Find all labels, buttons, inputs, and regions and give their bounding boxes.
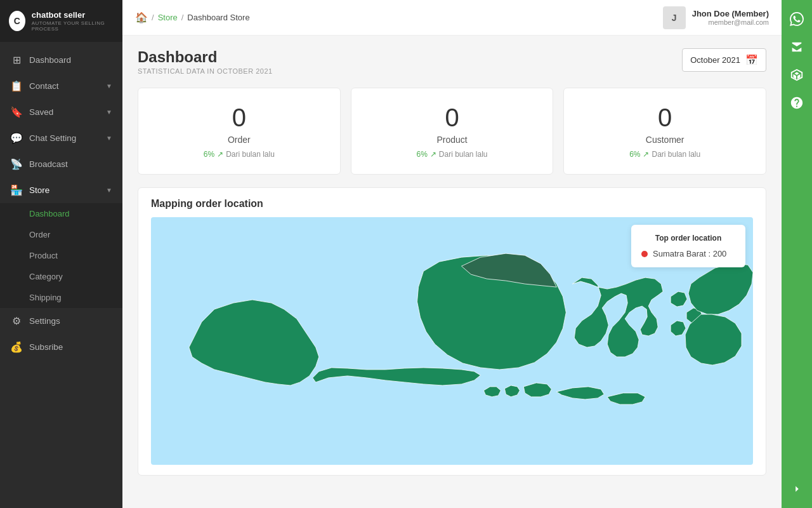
store-subnav: Dashboard Order Product Category Shippin…: [0, 203, 122, 308]
date-picker[interactable]: October 2021 📅: [682, 48, 766, 72]
avatar: J: [663, 6, 686, 29]
order-from-text: Dari bulan lalu: [226, 150, 275, 159]
stat-card-product: 0 Product 6% ↗ Dari bulan lalu: [351, 88, 554, 175]
page-header: Dashboard STATISTICAL DATA IN OCTOBER 20…: [138, 48, 766, 75]
legend-dot: [641, 251, 648, 257]
sidebar: C chatbot seller Automate your selling p…: [0, 0, 122, 508]
user-email: member@mail.com: [692, 18, 769, 26]
contact-arrow-icon: ▼: [106, 83, 112, 90]
page-body: Dashboard STATISTICAL DATA IN OCTOBER 20…: [122, 36, 782, 508]
sidebar-item-saved[interactable]: 🔖 Saved ▼: [0, 99, 122, 125]
sidebar-item-store[interactable]: 🏪 Store ▼: [0, 177, 122, 203]
sidebar-item-saved-label: Saved: [29, 107, 53, 117]
sidebar-item-chat-setting-label: Chat Setting: [29, 133, 76, 143]
arrow-right-icon-btn[interactable]: [784, 476, 809, 502]
product-from-text: Dari bulan lalu: [439, 150, 488, 159]
sidebar-subitem-shipping[interactable]: Shipping: [0, 287, 122, 308]
customer-trend-icon: 6%: [629, 150, 640, 159]
breadcrumb-sep-2: /: [181, 13, 184, 22]
legend-item-label: Sumatra Barat : 200: [653, 249, 726, 258]
header: 🏠 / Store / Dashboard Store J Jhon Doe (…: [122, 0, 782, 36]
broadcast-icon: 📡: [10, 158, 23, 170]
sidebar-item-subscribe[interactable]: 💰 Subsribe: [0, 334, 122, 360]
stat-customer-change: 6% ↗ Dari bulan lalu: [577, 150, 753, 159]
dashboard-icon: ⊞: [10, 54, 23, 66]
help-right-icon-btn[interactable]: [784, 90, 809, 116]
product-trend-icon: 6%: [416, 150, 427, 159]
sidebar-logo: C chatbot seller Automate your selling p…: [0, 0, 122, 42]
store-right-icon-btn[interactable]: [784, 34, 809, 60]
sidebar-item-contact[interactable]: 📋 Contact ▼: [0, 73, 122, 99]
home-icon[interactable]: 🏠: [135, 11, 148, 23]
saved-arrow-icon: ▼: [106, 109, 112, 116]
stat-customer-value: 0: [577, 104, 753, 132]
sidebar-item-store-label: Store: [29, 185, 49, 195]
chat-setting-arrow-icon: ▼: [106, 135, 112, 142]
user-name: Jhon Doe (Member): [692, 9, 769, 18]
subscribe-icon: 💰: [10, 341, 23, 353]
chat-setting-icon: 💬: [10, 132, 23, 144]
whatsapp-icon-btn[interactable]: [784, 6, 809, 32]
sidebar-item-settings[interactable]: ⚙ Settings: [0, 308, 122, 334]
stat-customer-label: Customer: [577, 135, 753, 145]
breadcrumb-sep-1: /: [152, 13, 154, 22]
settings-icon: ⚙: [10, 315, 23, 327]
stat-order-label: Order: [151, 135, 327, 145]
sidebar-item-contact-label: Contact: [29, 81, 59, 91]
date-picker-value: October 2021: [690, 55, 740, 65]
sidebar-item-dashboard[interactable]: ⊞ Dashboard: [0, 47, 122, 73]
breadcrumb: 🏠 / Store / Dashboard Store: [135, 11, 250, 23]
map-legend-title: Top order location: [641, 234, 735, 243]
sidebar-item-settings-label: Settings: [29, 316, 60, 326]
saved-icon: 🔖: [10, 106, 23, 118]
sidebar-nav: ⊞ Dashboard 📋 Contact ▼ 🔖 Saved ▼ 💬 Chat…: [0, 42, 122, 508]
sidebar-subitem-dashboard[interactable]: Dashboard: [0, 203, 122, 224]
sidebar-item-chat-setting[interactable]: 💬 Chat Setting ▼: [0, 125, 122, 151]
stat-card-customer: 0 Customer 6% ↗ Dari bulan lalu: [563, 88, 766, 175]
stats-row: 0 Order 6% ↗ Dari bulan lalu 0 Product 6…: [138, 88, 766, 175]
user-details: Jhon Doe (Member) member@mail.com: [692, 9, 769, 26]
map-container: Top order location Sumatra Barat : 200: [151, 217, 753, 465]
order-trend-icon: 6%: [204, 150, 214, 159]
main-content: 🏠 / Store / Dashboard Store J Jhon Doe (…: [122, 0, 782, 508]
page-title: Dashboard: [138, 48, 273, 66]
customer-from-text: Dari bulan lalu: [652, 150, 700, 159]
store-nav-icon: 🏪: [10, 184, 23, 196]
logo-icon: C: [9, 11, 25, 31]
breadcrumb-store-link[interactable]: Store: [158, 13, 178, 22]
stat-product-change: 6% ↗ Dari bulan lalu: [364, 150, 540, 159]
stat-order-value: 0: [151, 104, 327, 132]
stat-product-label: Product: [364, 135, 540, 145]
page-subtitle: STATISTICAL DATA IN OCTOBER 2021: [138, 67, 273, 75]
map-title: Mapping order location: [151, 198, 753, 210]
page-title-area: Dashboard STATISTICAL DATA IN OCTOBER 20…: [138, 48, 273, 75]
contact-icon: 📋: [10, 80, 23, 92]
cube-right-icon-btn[interactable]: [784, 62, 809, 88]
legend-item: Sumatra Barat : 200: [641, 249, 735, 258]
map-section: Mapping order location: [138, 187, 766, 476]
right-sidebar: [782, 0, 812, 508]
logo-title: chatbot seller: [32, 10, 114, 20]
logo-subtitle: Automate your selling process: [32, 20, 114, 32]
breadcrumb-current: Dashboard Store: [187, 13, 249, 22]
sidebar-subitem-order[interactable]: Order: [0, 224, 122, 245]
logo-text: chatbot seller Automate your selling pro…: [32, 10, 114, 32]
store-arrow-icon: ▼: [106, 187, 112, 194]
sidebar-item-broadcast[interactable]: 📡 Broadcast: [0, 151, 122, 177]
calendar-icon: 📅: [745, 54, 758, 66]
map-legend: Top order location Sumatra Barat : 200: [631, 225, 745, 267]
sidebar-item-subscribe-label: Subsribe: [29, 342, 63, 352]
stat-product-value: 0: [364, 104, 540, 132]
sidebar-subitem-category[interactable]: Category: [0, 266, 122, 287]
sidebar-item-broadcast-label: Broadcast: [29, 159, 68, 169]
sidebar-subitem-product[interactable]: Product: [0, 245, 122, 266]
user-info: J Jhon Doe (Member) member@mail.com: [663, 6, 769, 29]
stat-order-change: 6% ↗ Dari bulan lalu: [151, 150, 327, 159]
stat-card-order: 0 Order 6% ↗ Dari bulan lalu: [138, 88, 341, 175]
sidebar-item-dashboard-label: Dashboard: [29, 55, 71, 65]
